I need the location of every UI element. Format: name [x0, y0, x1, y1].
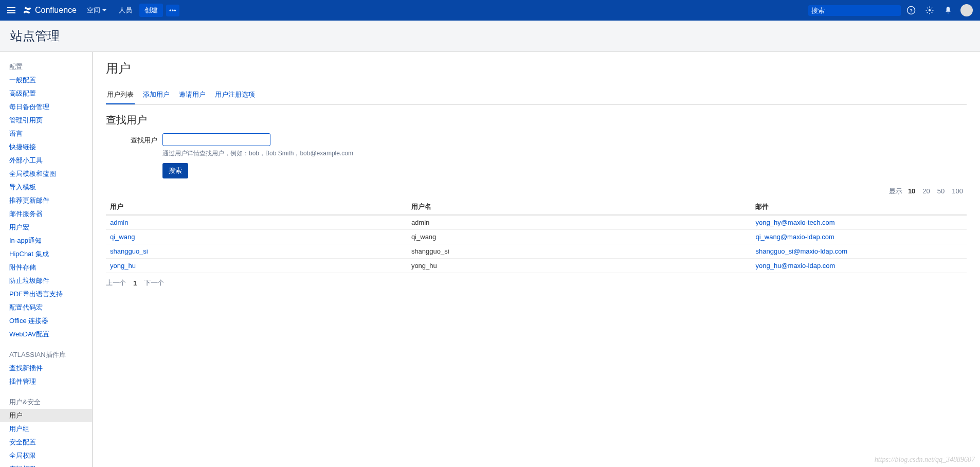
sidebar-item[interactable]: 插件管理	[0, 375, 92, 388]
global-search[interactable]	[808, 5, 901, 16]
sidebar-item[interactable]: 附件存储	[0, 261, 92, 274]
watermark: https://blog.csdn.net/qq_34889607	[875, 456, 975, 464]
nav-people[interactable]: 人员	[114, 3, 137, 18]
sidebar-item[interactable]: Office 连接器	[0, 314, 92, 328]
sidebar-heading: ATLASSIAN插件库	[0, 348, 92, 362]
ellipsis-icon: •••	[169, 7, 176, 14]
col-user: 用户	[106, 199, 407, 215]
page-header: 站点管理	[0, 21, 980, 52]
table-row: qi_wangqi_wangqi_wang@maxio-ldap.com	[106, 230, 967, 244]
sidebar-item[interactable]: In-app通知	[0, 234, 92, 247]
user-link[interactable]: admin	[110, 219, 128, 226]
sidebar-item[interactable]: 查找新插件	[0, 362, 92, 375]
table-row: yong_huyong_huyong_hu@maxio-ldap.com	[106, 259, 967, 273]
nav-people-label: 人员	[119, 6, 132, 15]
col-username: 用户名	[407, 199, 752, 215]
user-link[interactable]: qi_wang	[110, 233, 135, 241]
username-cell: shangguo_si	[407, 244, 752, 259]
main-heading: 用户	[106, 60, 967, 77]
sidebar-item[interactable]: 用户宏	[0, 221, 92, 234]
sidebar-item[interactable]: 安全配置	[0, 436, 92, 449]
profile-avatar[interactable]	[958, 2, 975, 19]
nav-spaces[interactable]: 空间	[82, 3, 112, 18]
create-button[interactable]: 创建	[139, 4, 163, 17]
col-email: 邮件	[751, 199, 967, 215]
sidebar-item[interactable]: 用户	[0, 409, 92, 422]
page-size-option[interactable]: 10	[904, 186, 919, 196]
sidebar-item[interactable]: 防止垃圾邮件	[0, 274, 92, 288]
sidebar-heading: 配置	[0, 60, 92, 74]
create-label: 创建	[144, 6, 158, 15]
sidebar-item[interactable]: WebDAV配置	[0, 328, 92, 341]
brand-label: Confluence	[35, 6, 77, 15]
confluence-logo[interactable]: Confluence	[20, 6, 80, 15]
sidebar-item[interactable]: 高级配置	[0, 87, 92, 100]
sidebar-item[interactable]: HipChat 集成	[0, 247, 92, 261]
find-user-label: 查找用户	[106, 133, 162, 145]
confluence-icon	[23, 6, 32, 15]
username-cell: qi_wang	[407, 230, 752, 244]
sidebar-item[interactable]: 全局权限	[0, 449, 92, 462]
admin-sidebar: 配置一般配置高级配置每日备份管理管理引用页语言快捷链接外部小工具全局模板和蓝图导…	[0, 52, 93, 467]
sidebar-item[interactable]: 管理引用页	[0, 114, 92, 127]
tab[interactable]: 用户注册选项	[214, 87, 256, 104]
user-link[interactable]: shangguo_si	[110, 247, 148, 255]
sidebar-item[interactable]: 外部小工具	[0, 154, 92, 167]
table-row: shangguo_sishangguo_sishangguo_si@maxio-…	[106, 244, 967, 259]
tab[interactable]: 邀请用户	[178, 87, 207, 104]
show-label: 显示	[889, 187, 902, 195]
svg-text:?: ?	[910, 8, 913, 13]
sidebar-heading: 用户&安全	[0, 396, 92, 409]
sidebar-item[interactable]: 一般配置	[0, 74, 92, 87]
pager-next[interactable]: 下一个	[144, 278, 164, 288]
find-user-input[interactable]	[162, 133, 270, 146]
email-link[interactable]: yong_hu@maxio-ldap.com	[755, 262, 835, 270]
avatar-icon	[960, 4, 973, 16]
sidebar-item[interactable]: 语言	[0, 127, 92, 140]
svg-point-4	[929, 9, 931, 12]
page-size-option[interactable]: 20	[919, 186, 933, 196]
page-size-option[interactable]: 100	[948, 186, 967, 196]
search-input[interactable]	[811, 7, 898, 14]
sidebar-item[interactable]: 全局模板和蓝图	[0, 167, 92, 181]
find-user-help: 通过用户详情查找用户，例如：bob，Bob Smith，bob@example.…	[162, 149, 967, 158]
users-table: 用户 用户名 邮件 adminadminyong_hy@maxio-tech.c…	[106, 199, 967, 273]
nav-spaces-label: 空间	[87, 6, 100, 15]
page-title: 站点管理	[10, 28, 970, 44]
user-tabs: 用户列表添加用户邀请用户用户注册选项	[106, 87, 967, 105]
find-user-title: 查找用户	[106, 113, 967, 127]
app-switcher-icon[interactable]	[5, 4, 17, 16]
pagination: 上一个 1 下一个	[106, 278, 967, 288]
help-icon[interactable]: ?	[903, 2, 919, 19]
search-button[interactable]: 搜索	[162, 163, 188, 178]
pager-prev[interactable]: 上一个	[106, 278, 126, 288]
sidebar-item[interactable]: 邮件服务器	[0, 207, 92, 221]
page-size-row: 显示 102050100	[106, 187, 967, 196]
tab[interactable]: 用户列表	[106, 87, 135, 104]
settings-icon[interactable]	[921, 2, 938, 19]
sidebar-item[interactable]: 每日备份管理	[0, 100, 92, 114]
sidebar-item[interactable]: PDF导出语言支持	[0, 288, 92, 301]
email-link[interactable]: shangguo_si@maxio-ldap.com	[755, 247, 847, 255]
email-link[interactable]: yong_hy@maxio-tech.com	[755, 219, 834, 226]
sidebar-item[interactable]: 配置代码宏	[0, 301, 92, 314]
notifications-icon[interactable]	[940, 2, 956, 19]
email-link[interactable]: qi_wang@maxio-ldap.com	[755, 233, 834, 241]
sidebar-item[interactable]: 用户组	[0, 422, 92, 436]
top-nav: Confluence 空间 人员 创建 ••• ?	[0, 0, 980, 21]
pager-current: 1	[133, 279, 137, 287]
username-cell: admin	[407, 215, 752, 230]
user-link[interactable]: yong_hu	[110, 262, 136, 270]
sidebar-item[interactable]: 导入模板	[0, 181, 92, 194]
sidebar-item[interactable]: 推荐更新邮件	[0, 194, 92, 207]
more-create-button[interactable]: •••	[166, 5, 179, 16]
sidebar-item[interactable]: 空间权限	[0, 462, 92, 467]
page-size-option[interactable]: 50	[934, 186, 948, 196]
chevron-down-icon	[102, 9, 106, 11]
main-content: 用户 用户列表添加用户邀请用户用户注册选项 查找用户 查找用户 通过用户详情查找…	[93, 52, 980, 467]
tab[interactable]: 添加用户	[142, 87, 171, 104]
username-cell: yong_hu	[407, 259, 752, 273]
sidebar-item[interactable]: 快捷链接	[0, 140, 92, 154]
table-row: adminadminyong_hy@maxio-tech.com	[106, 215, 967, 230]
